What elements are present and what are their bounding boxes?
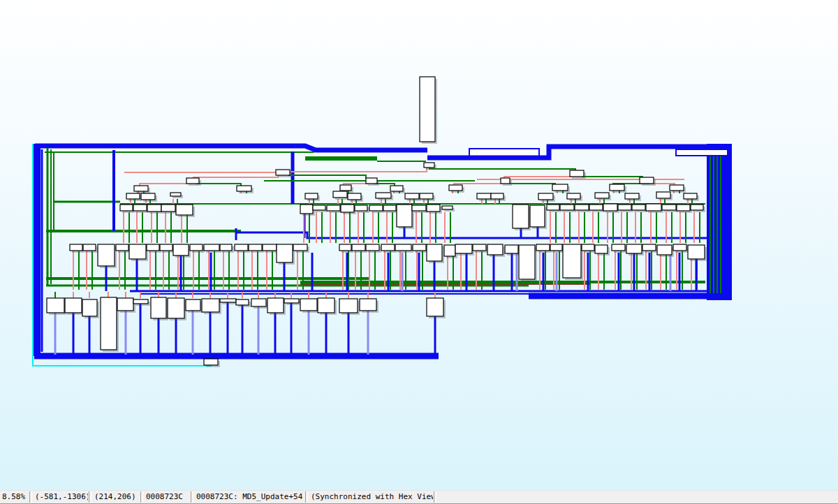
basic-block-node[interactable] [186,299,200,311]
basic-block-node[interactable] [550,244,562,251]
basic-block-node[interactable] [662,205,676,210]
basic-block-node[interactable] [300,299,317,311]
basic-block-node[interactable] [589,205,603,210]
basic-block-node[interactable] [501,178,510,184]
basic-block-node[interactable] [70,244,82,251]
basic-block-node[interactable] [376,193,391,198]
basic-block-node[interactable] [552,184,568,191]
basic-block-node[interactable] [204,359,218,365]
basic-block-node[interactable] [513,205,529,228]
basic-block-node[interactable] [691,205,703,210]
basic-block-node[interactable] [420,193,433,199]
basic-block-node[interactable] [117,298,133,311]
basic-block-node[interactable] [473,244,486,251]
basic-block-node[interactable] [235,244,248,251]
basic-block-node[interactable] [348,193,361,200]
basic-block-node[interactable] [339,244,351,251]
basic-block-node[interactable] [366,178,377,184]
basic-block-node[interactable] [424,163,434,168]
basic-block-node[interactable] [237,186,251,191]
basic-block-node[interactable] [575,205,589,210]
basic-block-node[interactable] [83,244,96,251]
basic-block-node[interactable] [567,193,580,199]
basic-block-node[interactable] [133,299,148,304]
basic-block-node[interactable] [640,177,654,184]
basic-block-node[interactable] [82,299,97,316]
basic-block-node[interactable] [151,297,166,318]
basic-block-node[interactable] [366,244,379,251]
basic-block-node[interactable] [646,204,661,211]
basic-block-node[interactable] [420,77,435,142]
basic-block-node[interactable] [360,299,376,311]
basic-block-node[interactable] [176,205,193,215]
basic-block-node[interactable] [318,298,335,313]
basic-block-node[interactable] [161,205,175,212]
basic-block-node[interactable] [147,205,161,212]
basic-block-node[interactable] [412,205,426,211]
basic-block-node[interactable] [126,193,140,199]
basic-block-node[interactable] [190,244,203,251]
basic-block-node[interactable] [160,244,172,251]
basic-block-node[interactable] [618,205,631,210]
basic-block-node[interactable] [202,299,219,312]
basic-block-node[interactable] [688,245,705,259]
basic-block-node[interactable] [595,193,609,198]
basic-block-node[interactable] [536,244,550,251]
basic-block-node[interactable] [427,244,442,261]
basic-block-node[interactable] [390,186,403,191]
basic-block-node[interactable] [538,193,553,200]
basic-block-node[interactable] [129,244,146,259]
basic-block-node[interactable] [673,244,686,251]
basic-block-node[interactable] [442,206,453,209]
basic-block-node[interactable] [444,245,455,256]
basic-block-node[interactable] [116,244,128,251]
basic-block-node[interactable] [101,297,117,350]
basic-block-node[interactable] [582,244,594,251]
basic-block-node[interactable] [491,193,503,199]
basic-block-node[interactable] [352,244,365,251]
basic-block-node[interactable] [277,244,293,262]
basic-block-node[interactable] [249,244,262,251]
basic-block-node[interactable] [455,244,472,253]
basic-block-node[interactable] [339,299,358,313]
basic-block-node[interactable] [305,193,318,199]
basic-block-node[interactable] [333,191,347,198]
basic-block-node[interactable] [656,192,670,198]
basic-block-node[interactable] [413,244,426,251]
graph-viewport[interactable] [0,0,838,490]
basic-block-node[interactable] [677,205,690,211]
basic-block-node[interactable] [626,244,642,253]
basic-block-node[interactable] [263,244,277,251]
basic-block-node[interactable] [355,205,367,211]
basic-block-node[interactable] [173,244,189,255]
basic-block-node[interactable] [625,193,639,199]
basic-block-node[interactable] [251,299,266,306]
basic-block-node[interactable] [570,170,584,177]
basic-block-node[interactable] [449,185,462,191]
basic-block-node[interactable] [381,244,395,251]
basic-block-node[interactable] [642,244,656,251]
basic-block-node[interactable] [612,244,625,251]
basic-block-node[interactable] [369,205,383,211]
basic-block-node[interactable] [547,205,559,210]
basic-block-node[interactable] [340,185,351,191]
basic-block-node[interactable] [397,205,412,227]
basic-block-node[interactable] [610,184,624,191]
basic-block-node[interactable] [505,245,518,253]
basic-block-node[interactable] [236,299,249,305]
basic-block-node[interactable] [603,204,617,211]
flow-graph-canvas[interactable] [0,0,838,490]
basic-block-node[interactable] [98,244,115,266]
basic-block-node[interactable] [327,205,340,211]
basic-block-node[interactable] [186,178,199,184]
basic-block-node[interactable] [684,193,697,199]
basic-block-node[interactable] [147,244,159,251]
basic-block-node[interactable] [670,185,684,191]
basic-block-node[interactable] [168,298,184,318]
basic-block-node[interactable] [267,298,284,313]
basic-block-node[interactable] [47,298,64,313]
basic-block-node[interactable] [204,244,219,251]
basic-block-node[interactable] [220,299,236,302]
basic-block-node[interactable] [300,205,313,214]
basic-block-node[interactable] [530,205,545,227]
